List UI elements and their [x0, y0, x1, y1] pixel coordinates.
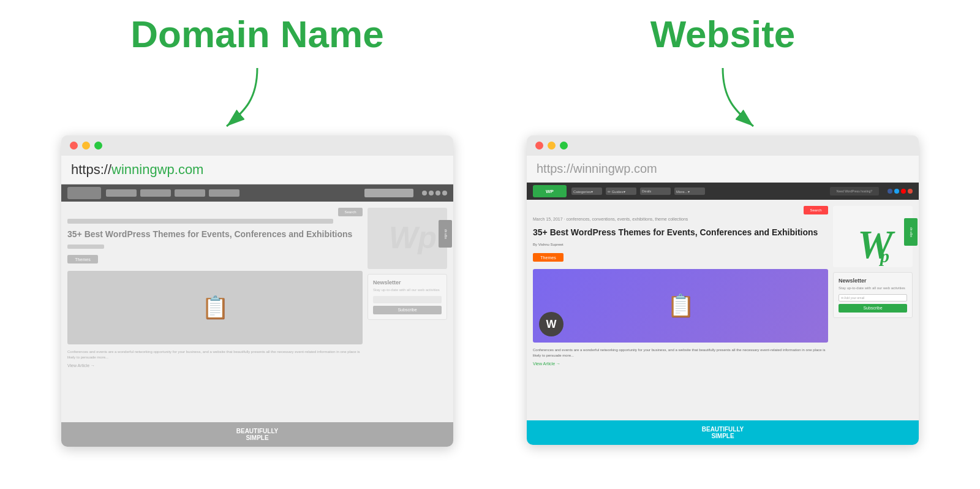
cta-line2-right: SIMPLE [711, 433, 734, 439]
navbar-item-2-left [140, 189, 171, 197]
themes-badge-left: Themes [67, 255, 98, 263]
newsletter-input-right: ✉ Add your email [839, 294, 907, 301]
newsletter-text-right: Stay up-to-date with all our web activit… [839, 286, 907, 291]
social-dot-3-left [435, 191, 440, 195]
article-col-left: Search 35+ Best WordPress Themes for Eve… [67, 208, 363, 416]
svg-text:p: p [878, 246, 889, 266]
address-bar-right: https://winningwp.com [527, 156, 919, 183]
sidebar-col-right: sign up W p Newsletter Stay up-to [833, 206, 913, 414]
newsletter-btn-left: Subscribe [373, 306, 442, 314]
view-article-left: View Article → [67, 363, 363, 368]
social-dots-left [422, 191, 447, 195]
site-main-left: Search 35+ Best WordPress Themes for Eve… [61, 202, 453, 422]
view-article-right: View Article → [533, 362, 828, 366]
clipboard-icon-right: 📋 [667, 293, 695, 319]
social-dot-tw [894, 189, 899, 194]
svg-text:W: W [858, 222, 895, 267]
minimize-dot-left [82, 142, 90, 150]
logo-graphic-left: Wp [368, 208, 447, 269]
sidebar-col-left: sign up Wp Newsletter Stay up-to-date wi… [368, 208, 447, 416]
navbar-cta-right: Need WordPress hosting? [830, 187, 879, 195]
newsletter-title-right: Newsletter [839, 278, 907, 284]
wp-logo-overlay: W [539, 312, 564, 336]
navbar-item-4-left [209, 189, 239, 197]
site-main-right: Search March 15, 2017 · conferences, con… [527, 200, 919, 420]
browser-titlebar-right [527, 135, 919, 156]
navbar-item-1-left [106, 189, 137, 197]
maximize-dot-left [94, 142, 102, 150]
navbar-items-right: Categories▾ ✏ Guides▾ Deals More...▾ [571, 188, 825, 195]
newsletter-btn-right: Subscribe [839, 304, 907, 313]
domain-arrow [196, 62, 318, 135]
domain-browser-window: https://winningwp.com [61, 135, 453, 447]
article-meta-right: March 15, 2017 · conferences, convention… [533, 217, 799, 222]
navbar-item-2-right: ✏ Guides▾ [606, 188, 636, 195]
minimize-dot-right [548, 142, 556, 150]
address-bar-left: https://winningwp.com [61, 156, 453, 184]
article-title-right: 35+ Best WordPress Themes for Events, Co… [533, 227, 828, 238]
url-domain-left: winningwp.com [111, 162, 203, 177]
navbar-logo-left [67, 187, 101, 199]
site-navbar-left [61, 184, 453, 202]
cta-line2-left: SIMPLE [246, 434, 268, 441]
website-browser-window: https://winningwp.com WP Categories▾ ✏ G… [527, 135, 919, 445]
w-logo-left: Wp [389, 220, 426, 257]
close-dot-left [70, 142, 78, 150]
themes-badge-right: Themes [533, 253, 564, 262]
logo-graphic-right: W p [833, 206, 913, 267]
social-dot-yt [901, 189, 906, 194]
newsletter-text-left: Stay up-to-date with all our web activit… [373, 288, 442, 293]
search-btn-right: Search [804, 206, 828, 214]
social-dot-gp [908, 189, 913, 194]
w-logo-right: W p [854, 218, 891, 255]
site-content-left: Search 35+ Best WordPress Themes for Eve… [61, 184, 453, 447]
signup-ribbon-right: sign up [904, 218, 918, 246]
search-btn-left: Search [338, 208, 363, 216]
navbar-item-4-right: More...▾ [674, 188, 705, 195]
article-image-right: W 📋 [533, 269, 828, 343]
article-col-right: Search March 15, 2017 · conferences, con… [533, 206, 828, 414]
clipboard-icon-left: 📋 [202, 295, 229, 320]
browser-titlebar-left [61, 135, 453, 156]
article-title-left: 35+ Best WordPress Themes for Events, Co… [67, 229, 363, 240]
article-body-right: Conferences and events are a wonderful n… [533, 347, 828, 358]
newsletter-right: Newsletter Stay up-to-date with all our … [833, 272, 913, 318]
site-content-right: WP Categories▾ ✏ Guides▾ Deals More...▾ … [527, 183, 919, 445]
article-author-left [67, 245, 104, 249]
navbar-item-1-right: Categories▾ [571, 188, 602, 195]
cta-line1-right: BEAUTIFULLY [702, 426, 744, 433]
social-dots-right [888, 189, 913, 194]
newsletter-title-left: Newsletter [373, 279, 442, 286]
url-text-right: https://winningwp.com [537, 162, 657, 175]
social-dot-1-left [422, 191, 427, 195]
url-display-left: https://winningwp.com [71, 162, 443, 178]
navbar-items-left [106, 189, 360, 197]
navbar-logo-right: WP [533, 185, 567, 197]
cta-line1-left: BEAUTIFULLY [236, 428, 279, 434]
newsletter-input-left [373, 296, 442, 303]
article-author-right: By Vishnu Supreet [533, 243, 570, 247]
social-dot-fb [888, 189, 892, 194]
url-display-right: https://winningwp.com [537, 162, 909, 176]
cta-banner-right: BEAUTIFULLY SIMPLE [527, 420, 919, 445]
winningwp-logo-svg: W p [854, 218, 903, 267]
article-meta-left [67, 219, 333, 224]
domain-name-panel: Domain Name http [61, 12, 453, 447]
navbar-cta-left [364, 189, 413, 197]
cta-banner-left: BEAUTIFULLY SIMPLE [61, 422, 453, 447]
navbar-item-3-right: Deals [640, 188, 671, 195]
article-body-left: Conferences and events are a wonderful n… [67, 349, 363, 360]
close-dot-right [535, 142, 543, 150]
navbar-item-3-left [175, 189, 205, 197]
website-arrow [662, 62, 784, 135]
domain-name-title: Domain Name [130, 12, 383, 56]
url-prefix-left: https:// [71, 162, 111, 177]
site-navbar-right: WP Categories▾ ✏ Guides▾ Deals More...▾ … [527, 183, 919, 200]
website-panel: Website https:// [527, 12, 919, 445]
social-dot-2-left [429, 191, 434, 195]
maximize-dot-right [560, 142, 568, 150]
social-dot-4-left [442, 191, 447, 195]
newsletter-left: Newsletter Stay up-to-date with all our … [368, 274, 447, 320]
article-image-left: 📋 [67, 271, 363, 344]
website-title: Website [650, 12, 796, 56]
